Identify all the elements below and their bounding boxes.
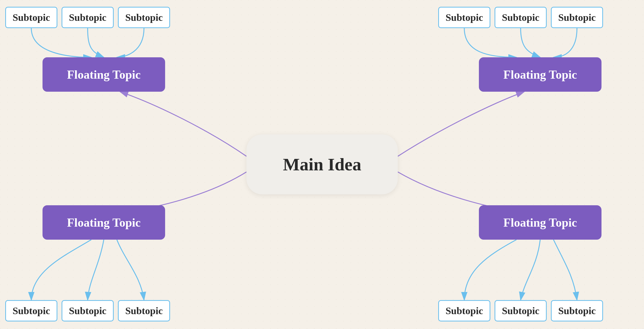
floating-topic-bottom-left[interactable]: Floating Topic	[43, 205, 165, 240]
subtopic-bl-2[interactable]: Subtopic	[62, 300, 114, 321]
subtopic-br-3[interactable]: Subtopic	[551, 300, 603, 321]
subtopic-br-1[interactable]: Subtopic	[438, 300, 490, 321]
floating-topic-top-right-label: Floating Topic	[503, 68, 577, 82]
subtopic-bl-3[interactable]: Subtopic	[118, 300, 170, 321]
main-idea-label: Main Idea	[283, 154, 361, 175]
subtopic-tl-2[interactable]: Subtopic	[62, 7, 114, 28]
subtopic-tr-3[interactable]: Subtopic	[551, 7, 603, 28]
floating-topic-bottom-left-label: Floating Topic	[67, 216, 141, 229]
subtopic-tl-3[interactable]: Subtopic	[118, 7, 170, 28]
floating-topic-bottom-right-label: Floating Topic	[503, 216, 577, 229]
subtopic-bl-1[interactable]: Subtopic	[5, 300, 57, 321]
subtopic-tl-1[interactable]: Subtopic	[5, 7, 57, 28]
floating-topic-top-left-label: Floating Topic	[67, 68, 141, 82]
subtopic-tr-2[interactable]: Subtopic	[495, 7, 547, 28]
floating-topic-bottom-right[interactable]: Floating Topic	[479, 205, 601, 240]
subtopic-br-2[interactable]: Subtopic	[495, 300, 547, 321]
main-idea-node: Main Idea	[246, 134, 398, 194]
subtopic-tr-1[interactable]: Subtopic	[438, 7, 490, 28]
floating-topic-top-left[interactable]: Floating Topic	[43, 57, 165, 92]
floating-topic-top-right[interactable]: Floating Topic	[479, 57, 601, 92]
